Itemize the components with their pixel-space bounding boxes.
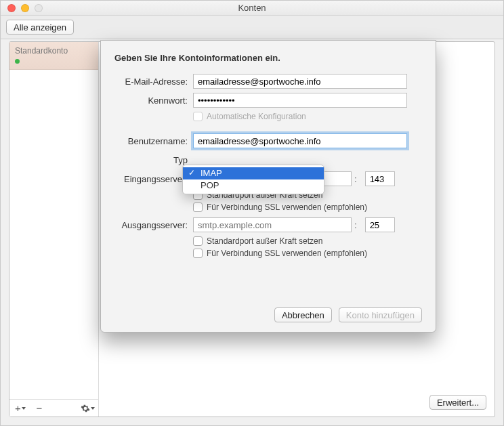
add-account-button[interactable]: + (12, 402, 28, 415)
outgoing-ssl-checkbox[interactable]: Für Verbindung SSL verwenden (empfohlen) (193, 249, 422, 258)
titlebar: Konten (1, 1, 503, 16)
username-field[interactable] (193, 133, 407, 148)
sheet-buttons: Abbrechen Konto hinzufügen (274, 307, 422, 322)
email-label: E-Mail-Adresse: (114, 77, 193, 87)
email-field[interactable] (193, 74, 407, 89)
advanced-button[interactable]: Erweitert... (429, 395, 486, 410)
type-label: Typ (114, 155, 193, 165)
outgoing-override-port-checkbox[interactable]: Standardport außer Kraft setzen (193, 236, 422, 246)
add-account-button: Konto hinzufügen (339, 307, 422, 322)
sheet-heading: Geben Sie Ihre Kontoinformationen ein. (114, 53, 422, 63)
auto-config-checkbox: Automatische Konfiguration (193, 112, 422, 121)
zoom-icon (35, 4, 43, 12)
outgoing-server-field[interactable] (193, 217, 352, 232)
account-row-default[interactable]: Standardkonto (9, 42, 98, 70)
toolbar: Alle anzeigen (1, 16, 503, 39)
type-option-pop[interactable]: POP (183, 179, 324, 192)
checkbox-icon (193, 203, 203, 212)
gear-button[interactable] (79, 402, 96, 415)
outgoing-label: Ausgangsserver: (114, 220, 193, 230)
password-field[interactable] (193, 93, 407, 108)
password-label: Kennwort: (114, 95, 193, 106)
show-all-button[interactable]: Alle anzeigen (6, 20, 74, 35)
status-dot-icon (15, 59, 20, 64)
outgoing-port-field[interactable] (365, 217, 395, 232)
port-separator: : (352, 220, 360, 230)
account-row-label: Standardkonto (15, 46, 68, 56)
type-option-imap[interactable]: IMAP (183, 167, 324, 179)
checkbox-icon (193, 236, 203, 246)
chevron-down-icon (22, 407, 26, 410)
remove-account-button[interactable]: − (31, 402, 47, 415)
accounts-sidebar: Standardkonto + − (9, 42, 99, 417)
minimize-icon[interactable] (21, 4, 29, 12)
window-title: Konten (1, 3, 503, 13)
cancel-button[interactable]: Abbrechen (274, 307, 332, 322)
type-dropdown[interactable]: IMAP POP (182, 165, 324, 194)
chevron-down-icon (91, 407, 95, 410)
checkbox-icon (193, 112, 203, 121)
traffic-lights (1, 4, 43, 12)
close-icon[interactable] (7, 4, 16, 12)
incoming-ssl-checkbox[interactable]: Für Verbindung SSL verwenden (empfohlen) (193, 203, 422, 212)
sidebar-toolbar: + − (9, 399, 98, 417)
incoming-port-field[interactable] (365, 171, 395, 186)
checkbox-icon (193, 249, 203, 258)
incoming-label: Eingangsserver: (114, 174, 193, 184)
gear-icon (81, 404, 90, 413)
port-separator: : (352, 174, 360, 184)
username-label: Benutzername: (114, 136, 193, 146)
